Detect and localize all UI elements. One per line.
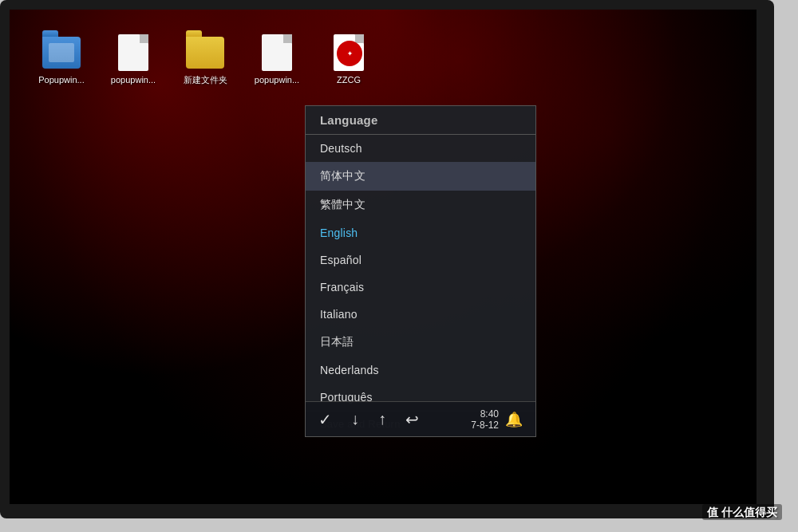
doc-white-icon-2	[262, 34, 292, 71]
icon-label-zzcg: ZZCG	[337, 75, 361, 85]
osd-lang-english[interactable]: English	[306, 219, 535, 246]
osd-lang-italiano[interactable]: Italiano	[306, 301, 535, 328]
folder-emblem	[49, 43, 74, 62]
desktop-icon-popupwin1[interactable]: Popupwin...	[34, 33, 89, 85]
osd-lang-espanol[interactable]: Español	[306, 246, 535, 274]
icon-label-popupwin1: Popupwin...	[38, 75, 84, 85]
osd-btn-down[interactable]: ↓	[351, 410, 359, 428]
taskbar-time: 8:40 7-8-12	[471, 408, 499, 431]
osd-lang-nederlands[interactable]: Nederlands	[306, 357, 535, 384]
folder-yellow-icon	[186, 37, 224, 69]
icon-label-newfolder: 新建文件夹	[184, 75, 227, 85]
osd-lang-japanese[interactable]: 日本語	[306, 328, 535, 357]
icon-img-newfolder	[186, 33, 224, 72]
icon-img-popupwin3	[258, 33, 296, 72]
icon-img-popupwin2	[114, 33, 152, 72]
osd-toolbar: ✓ ↓ ↑ ↩ 8:40 7-8-12 🔔	[306, 401, 535, 436]
doc-white-icon	[118, 34, 148, 71]
osd-language-menu: Language Deutsch 简体中文 繁體中文 English Españ…	[305, 105, 536, 437]
icon-img-zzcg: ✦	[330, 33, 368, 72]
osd-lang-deutsch[interactable]: Deutsch	[306, 135, 535, 162]
osd-lang-francais[interactable]: Français	[306, 274, 535, 301]
monitor-screen: Popupwin... popupwin... 新建文件夹	[10, 10, 757, 504]
icon-label-popupwin3: popupwin...	[255, 75, 299, 85]
osd-btn-back[interactable]: ↩	[405, 410, 419, 429]
osd-lang-traditional[interactable]: 繁體中文	[306, 191, 535, 219]
desktop-icon-zzcg[interactable]: ✦ ZZCG	[321, 33, 377, 85]
desktop-icon-popupwin2[interactable]: popupwin...	[105, 33, 161, 85]
doc-red-icon: ✦	[334, 34, 364, 71]
watermark-text: 值 什么值得买	[702, 504, 782, 520]
icon-label-popupwin2: popupwin...	[111, 75, 156, 85]
monitor-bezel: Popupwin... popupwin... 新建文件夹	[0, 0, 774, 518]
icon-img-popupwin1	[42, 33, 81, 72]
osd-lang-simplified[interactable]: 简体中文	[306, 162, 535, 191]
osd-toolbar-buttons: ✓ ↓ ↑ ↩	[318, 410, 419, 429]
notification-icon: 🔔	[505, 411, 523, 428]
desktop-icon-popupwin3[interactable]: popupwin...	[249, 33, 305, 85]
desktop-icons-container: Popupwin... popupwin... 新建文件夹	[34, 33, 377, 85]
zzcg-badge: ✦	[337, 41, 362, 66]
folder-blue-icon	[42, 37, 81, 69]
toolbar-right: 8:40 7-8-12 🔔	[471, 408, 523, 431]
osd-btn-confirm[interactable]: ✓	[318, 410, 332, 429]
desktop-icon-newfolder[interactable]: 新建文件夹	[177, 33, 233, 85]
osd-btn-up[interactable]: ↑	[378, 410, 386, 428]
watermark: 值 什么值得买	[702, 506, 782, 520]
osd-menu-title: Language	[306, 106, 535, 135]
